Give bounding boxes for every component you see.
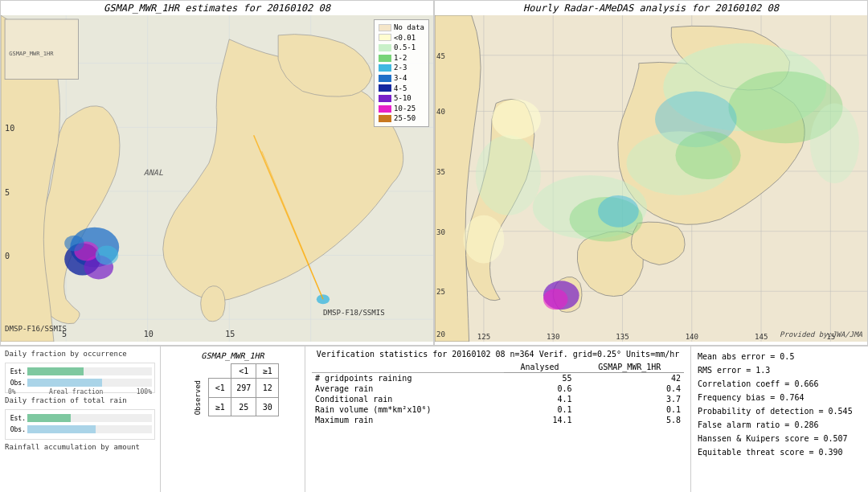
score-freq-bias: Frequency bias = 0.764	[698, 391, 862, 404]
contingency-title: GSMAP_MWR_1HR	[166, 351, 300, 360]
svg-point-17	[317, 294, 330, 304]
legend-lt001: <0.01	[379, 33, 424, 43]
axis-mid: Areal fraction	[49, 388, 103, 396]
svg-point-55	[543, 289, 567, 310]
stats-gsmap-1: 42	[575, 373, 684, 383]
stats-row-3: Conditional rain 4.1 3.7	[312, 394, 684, 404]
stats-row-2: Average rain 0.6 0.4	[312, 383, 684, 394]
cont-r1c2: 12	[256, 379, 279, 398]
svg-text:20: 20	[436, 330, 445, 338]
svg-point-46	[728, 72, 842, 144]
svg-text:GSMAP_MWR_1HR: GSMAP_MWR_1HR	[9, 50, 54, 57]
svg-point-49	[675, 131, 740, 179]
stats-label-2: Average rain	[312, 383, 504, 394]
svg-point-15	[96, 246, 118, 265]
chart1-axis: 0% Areal fraction 100%	[8, 388, 152, 396]
stats-analysed-1: 55	[504, 373, 575, 383]
bottom-row: Daily fraction by occurrence Est. Obs. 0…	[0, 346, 868, 492]
stats-gsmap-2: 0.4	[575, 383, 684, 394]
chart2-obs-label: Obs.	[8, 426, 26, 433]
chart1-obs-row: Obs.	[8, 377, 152, 388]
svg-text:15: 15	[225, 330, 235, 338]
col-header-analysed: Analysed	[504, 362, 575, 373]
verification-panel: Verification statistics for 20160102 08 …	[305, 346, 691, 492]
cont-row2-label: ≥1	[209, 397, 231, 416]
svg-text:30: 30	[436, 228, 445, 236]
chart1-est-row: Est.	[8, 366, 152, 377]
legend-color-1-2	[379, 55, 391, 62]
chart1-est-bar	[27, 367, 84, 375]
right-map-panel: Hourly Radar-AMeDAS analysis for 2016010…	[434, 0, 868, 346]
left-map-svg: 15 10 5 0 5 10 15 ANAL DMSP-F18/SSMIS	[1, 15, 433, 342]
svg-rect-10	[1, 15, 433, 342]
chart1-area: Est. Obs. 0% Areal fraction 100%	[5, 363, 155, 393]
legend-05-1: 0.5-1	[379, 43, 424, 53]
svg-text:130: 130	[547, 333, 559, 341]
svg-rect-33	[435, 15, 867, 342]
stats-label-5: Maximum rain	[312, 415, 504, 425]
score-hanssen: Hanssen & Kuipers score = 0.507	[698, 432, 862, 445]
svg-point-57	[492, 99, 541, 139]
svg-point-11	[70, 228, 119, 268]
svg-point-14	[74, 242, 98, 261]
svg-text:135: 135	[616, 333, 628, 341]
legend-label-10-25: 10-25	[394, 104, 416, 114]
cont-empty-topleft	[186, 364, 209, 379]
stats-analysed-5: 14.1	[504, 415, 575, 425]
chart2-title: Daily fraction of total rain	[5, 396, 155, 404]
chart1-est-bar-bg	[27, 367, 152, 375]
chart2-est-bar-bg	[27, 414, 152, 422]
svg-text:ANAL: ANAL	[144, 168, 163, 177]
svg-text:15: 15	[5, 60, 14, 69]
legend-label-lt001: <0.01	[394, 33, 416, 43]
chart1-obs-label: Obs.	[8, 379, 26, 387]
cont-r1c1: 297	[231, 379, 256, 398]
cont-header-lt1: <1	[231, 364, 256, 379]
stats-label-4: Rain volume (mm*km²x10⁶)	[312, 404, 504, 415]
chart2-est-bar	[27, 414, 71, 422]
stats-label-1: # gridpoints raining	[312, 373, 504, 383]
legend-color-5-10	[379, 95, 391, 102]
svg-point-16	[64, 236, 84, 252]
svg-point-47	[655, 92, 737, 148]
col-header-empty	[312, 362, 504, 373]
right-map-area: 45 40 35 30 25 20 125 130 135 140 145 15	[435, 15, 867, 342]
legend-color-4-5	[379, 84, 391, 92]
stats-row-4: Rain volume (mm*km²x10⁶) 0.1 0.1	[312, 404, 684, 415]
bar-charts-panel: Daily fraction by occurrence Est. Obs. 0…	[0, 346, 161, 492]
left-map-panel: GSMAP_MWR_1HR estimates for 20160102 08	[0, 0, 434, 346]
svg-text:10: 10	[5, 124, 14, 133]
cont-row1-label: <1	[209, 379, 231, 398]
svg-point-13	[84, 256, 114, 280]
svg-text:5: 5	[5, 188, 10, 197]
legend-label-25-50: 25-50	[394, 113, 416, 124]
svg-text:45: 45	[436, 52, 445, 60]
cont-header-gte1: ≥1	[256, 364, 279, 379]
legend-color-10-25	[379, 105, 391, 113]
chart2-est-label: Est.	[8, 415, 26, 422]
svg-point-12	[64, 244, 100, 276]
stats-label-3: Conditional rain	[312, 394, 504, 404]
score-rms: RMS error = 1.3	[698, 363, 862, 377]
left-map-title: GSMAP_MWR_1HR estimates for 20160102 08	[1, 1, 433, 15]
verification-table: Analysed GSMAP_MWR_1HR # gridpoints rain…	[312, 362, 684, 425]
legend-2-3: 2-3	[379, 63, 424, 73]
svg-point-54	[543, 281, 579, 310]
legend-color-05-1	[379, 44, 391, 51]
svg-text:145: 145	[755, 333, 768, 341]
svg-point-50	[533, 175, 647, 240]
svg-rect-0	[1, 15, 433, 342]
contingency-table: <1 ≥1 Observed <1 297 12 ≥1 25 30	[186, 363, 280, 416]
right-scores-panel: Mean abs error = 0.5 RMS error = 1.3 Cor…	[691, 346, 868, 492]
svg-point-56	[810, 103, 859, 183]
chart1-obs-bar	[27, 379, 102, 387]
legend-color-2-3	[379, 64, 391, 72]
attribution-label: Provided by:JWA/JMA	[780, 330, 862, 338]
chart2-obs-bar-bg	[27, 425, 152, 433]
svg-rect-32	[435, 15, 867, 342]
legend-label-nodata: No data	[394, 23, 424, 33]
chart2-obs-row: Obs.	[8, 424, 152, 435]
svg-line-19	[262, 151, 323, 299]
legend-label-2-3: 2-3	[394, 63, 407, 73]
score-equitable: Equitable threat score = 0.390	[698, 445, 862, 459]
